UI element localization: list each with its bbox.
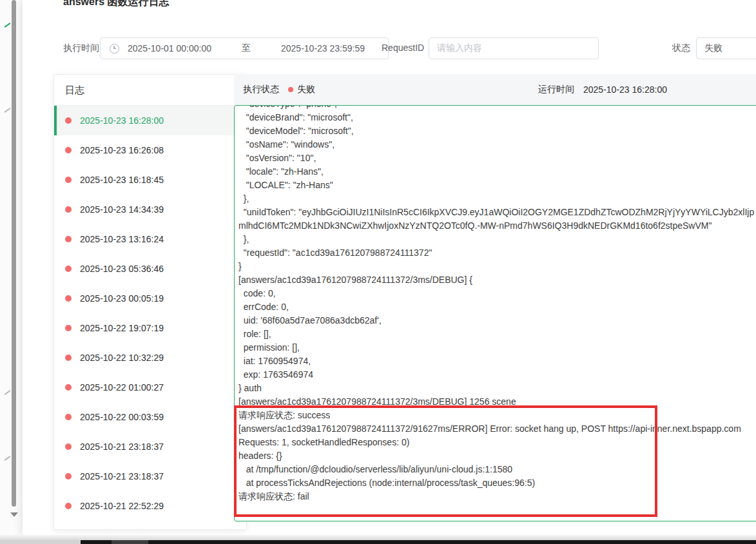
failed-dot-icon	[65, 473, 72, 480]
log-list-item[interactable]: 2025-10-21 23:18:37	[54, 461, 246, 491]
page-scrollbar-down-arrow-icon[interactable]	[10, 512, 18, 517]
status-selected-value: 失败	[704, 43, 722, 54]
log-item-timestamp: 2025-10-23 16:28:00	[80, 115, 164, 126]
failed-dot-icon	[65, 117, 72, 124]
log-list-item[interactable]: 2025-10-23 05:36:46	[54, 254, 246, 284]
pencil-icon-fragment	[4, 23, 10, 28]
log-list-header: 日志	[54, 75, 246, 106]
request-id-label: RequestID	[382, 43, 424, 53]
log-list-item[interactable]: 2025-10-22 19:07:19	[54, 313, 246, 343]
log-list-item[interactable]: 2025-10-23 16:18:45	[54, 165, 246, 195]
log-list-item[interactable]: 2025-10-23 16:26:08	[54, 135, 246, 165]
failed-dot-icon	[65, 147, 72, 153]
log-item-timestamp: 2025-10-23 05:36:46	[80, 264, 164, 274]
log-item-timestamp: 2025-10-21 23:18:37	[80, 471, 164, 481]
taskbar-fragment-segment	[111, 540, 148, 544]
log-list-item[interactable]: 2025-10-22 10:32:29	[54, 343, 246, 373]
failed-dot-icon	[65, 266, 72, 272]
failed-dot-icon	[65, 295, 72, 302]
log-content-box: "deviceType": "phone", "deviceBrand": "m…	[234, 105, 756, 521]
date-separator: 至	[242, 43, 251, 54]
log-item-timestamp: 2025-10-21 22:52:29	[80, 501, 164, 511]
status-label: 状态	[672, 43, 690, 54]
failed-dot-icon	[65, 443, 72, 450]
page-bottom-shadow	[0, 535, 756, 540]
failed-dot-icon	[65, 384, 72, 391]
log-list-item[interactable]: 2025-10-22 00:03:59	[54, 402, 246, 432]
page-scrollbar-thumb[interactable]	[12, 0, 16, 507]
failed-dot-icon	[65, 355, 72, 361]
status-select[interactable]: 失败	[696, 37, 756, 59]
request-id-input[interactable]: 请输入内容	[429, 37, 599, 59]
clock-icon	[110, 44, 119, 53]
log-list-item[interactable]: 2025-10-23 14:34:39	[54, 195, 246, 224]
date-start-value[interactable]: 2025-10-01 00:00:00	[128, 43, 211, 53]
runtime-label: 运行时间	[538, 84, 574, 95]
date-end-value[interactable]: 2025-10-23 23:59:59	[281, 43, 365, 53]
background-page-strip	[0, 0, 23, 536]
log-item-timestamp: 2025-10-22 01:00:27	[80, 382, 164, 393]
log-text: "deviceType": "phone", "deviceBrand": "m…	[235, 105, 756, 503]
log-item-timestamp: 2025-10-22 00:03:59	[80, 412, 164, 422]
execution-status-label: 执行状态	[243, 84, 279, 95]
failed-dot-icon	[65, 503, 72, 509]
failed-dot-icon	[65, 206, 72, 213]
log-list-item[interactable]: 2025-10-21 23:18:37	[54, 432, 246, 461]
detail-header: 执行状态 失败 运行时间 2025-10-23 16:28:00	[234, 74, 756, 105]
log-list-item[interactable]: 2025-10-22 01:00:27	[54, 373, 246, 402]
log-list-item[interactable]: 2025-10-23 00:05:19	[54, 284, 246, 313]
log-item-timestamp: 2025-10-23 14:34:39	[80, 204, 164, 215]
runtime-value: 2025-10-23 16:28:00	[583, 84, 667, 95]
log-item-timestamp: 2025-10-22 19:07:19	[80, 323, 164, 333]
failed-status-dot-icon	[288, 87, 293, 92]
log-list-item[interactable]: 2025-10-21 22:52:29	[54, 491, 246, 521]
log-item-timestamp: 2025-10-23 16:26:08	[80, 145, 164, 155]
log-item-timestamp: 2025-10-23 16:18:45	[80, 175, 164, 185]
taskbar-fragment-light	[0, 540, 81, 544]
pencil-icon-fragment	[4, 456, 10, 461]
date-range-picker[interactable]: 2025-10-01 00:00:00 至 2025-10-23 23:59:5…	[100, 37, 389, 59]
log-list-item[interactable]: 2025-10-23 16:28:00	[54, 106, 246, 135]
failed-dot-icon	[65, 325, 72, 331]
log-list-panel: 日志 2025-10-23 16:28:00 2025-10-23 16:26:…	[53, 74, 247, 530]
log-list: 2025-10-23 16:28:00 2025-10-23 16:26:08 …	[54, 106, 246, 529]
execution-status-value: 失败	[297, 84, 315, 95]
taskbar-fragment-dark	[81, 540, 756, 544]
log-item-timestamp: 2025-10-22 10:32:29	[80, 353, 164, 363]
failed-dot-icon	[65, 177, 72, 183]
request-id-placeholder: 请输入内容	[437, 43, 482, 54]
failed-dot-icon	[65, 236, 72, 242]
log-item-timestamp: 2025-10-23 13:16:24	[80, 234, 164, 244]
failed-dot-icon	[65, 414, 72, 420]
pencil-icon-fragment	[4, 108, 10, 113]
log-list-item[interactable]: 2025-10-23 13:16:24	[54, 224, 246, 254]
execution-time-label: 执行时间	[63, 43, 99, 54]
pencil-icon-fragment	[4, 390, 10, 395]
page-title: answers 函数运行日志	[63, 0, 169, 9]
log-item-timestamp: 2025-10-23 00:05:19	[80, 293, 164, 304]
log-item-timestamp: 2025-10-21 23:18:37	[80, 442, 164, 452]
